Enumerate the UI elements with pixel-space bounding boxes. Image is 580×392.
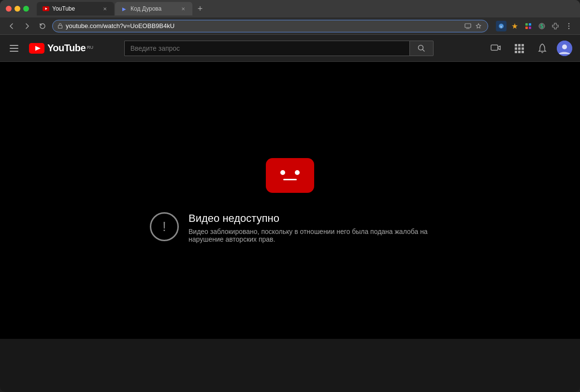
ext-puzzle-icon[interactable] (550, 21, 561, 31)
user-avatar[interactable] (557, 41, 572, 56)
svg-rect-25 (515, 51, 517, 53)
youtube-tab-favicon (43, 5, 49, 12)
lock-icon (58, 23, 63, 29)
svg-rect-6 (525, 23, 528, 26)
youtube-logo[interactable]: YouTube RU (29, 43, 93, 54)
svg-point-29 (562, 44, 567, 49)
youtube-error-face (266, 158, 314, 193)
maximize-button[interactable] (23, 6, 29, 12)
address-bar: youtube.com/watch?v=UoEOBB9B4kU (0, 17, 580, 35)
create-video-icon[interactable] (487, 40, 505, 57)
svg-rect-21 (522, 44, 524, 46)
url-bar[interactable]: youtube.com/watch?v=UoEOBB9B4kU (52, 20, 488, 32)
tab-youtube[interactable]: YouTube ✕ (37, 2, 114, 15)
face-mouth (283, 179, 297, 180)
svg-rect-20 (518, 44, 521, 46)
svg-rect-23 (518, 47, 521, 50)
youtube-tab-close[interactable]: ✕ (102, 5, 108, 12)
youtube-header-right (487, 40, 572, 57)
bottom-bar (0, 339, 580, 392)
svg-rect-24 (522, 47, 524, 50)
close-button[interactable] (6, 6, 12, 12)
error-message-block: ! Видео недоступно Видео заблокировано, … (150, 212, 430, 243)
svg-rect-2 (58, 25, 62, 28)
minimize-button[interactable] (14, 6, 20, 12)
hamburger-line-2 (10, 48, 18, 49)
ext-icon-2[interactable] (509, 21, 520, 31)
screen-cast-icon[interactable] (464, 22, 472, 30)
svg-rect-7 (529, 23, 531, 26)
face-eye-right (295, 170, 300, 175)
durov-tab-close[interactable]: ✕ (180, 5, 187, 12)
face-eye-left (280, 170, 285, 175)
error-text-block: Видео недоступно Видео заблокировано, по… (188, 212, 430, 243)
youtube-logo-icon (29, 43, 44, 54)
svg-text:S: S (540, 24, 543, 29)
youtube-logo-badge: RU (87, 45, 93, 50)
svg-rect-3 (465, 24, 471, 28)
svg-rect-8 (525, 27, 528, 29)
svg-rect-19 (515, 44, 517, 46)
tabs-bar: YouTube ✕ ▶ Код Дурова ✕ + (37, 2, 574, 15)
error-icon-circle: ! (150, 212, 179, 241)
ext-icon-3[interactable] (523, 21, 534, 31)
error-container: ! Видео недоступно Видео заблокировано, … (150, 158, 430, 243)
svg-point-13 (568, 25, 569, 26)
ext-icon-4[interactable]: S (536, 21, 547, 31)
svg-rect-22 (515, 47, 517, 50)
youtube-logo-text: YouTube (47, 43, 86, 54)
hamburger-menu[interactable] (8, 42, 21, 55)
exclamation-icon: ! (162, 220, 166, 233)
svg-rect-9 (529, 27, 531, 29)
durov-tab-favicon: ▶ (121, 5, 128, 12)
title-bar: YouTube ✕ ▶ Код Дурова ✕ + (0, 0, 580, 17)
search-button[interactable] (409, 41, 434, 56)
browser-toolbar-right: Y S (496, 21, 574, 31)
hamburger-line-1 (10, 45, 18, 46)
video-player-area: ! Видео недоступно Видео заблокировано, … (0, 62, 580, 339)
svg-text:Y: Y (500, 25, 503, 29)
tab-durov[interactable]: ▶ Код Дурова ✕ (115, 2, 192, 15)
traffic-lights (6, 6, 29, 12)
new-tab-button[interactable]: + (193, 2, 207, 15)
error-title: Видео недоступно (188, 212, 430, 225)
browser-window: YouTube ✕ ▶ Код Дурова ✕ + (0, 0, 580, 392)
url-text[interactable]: youtube.com/watch?v=UoEOBB9B4kU (66, 22, 461, 29)
url-action-icons (464, 22, 483, 30)
svg-rect-27 (522, 51, 524, 53)
hamburger-line-3 (10, 51, 18, 52)
ext-icon-1[interactable]: Y (496, 21, 507, 31)
youtube-tab-title: YouTube (52, 5, 99, 12)
youtube-header: YouTube RU (0, 35, 580, 62)
svg-rect-26 (518, 51, 521, 53)
back-button[interactable] (6, 20, 17, 32)
notifications-icon[interactable] (534, 40, 551, 57)
youtube-search (124, 41, 434, 56)
durov-tab-title: Код Дурова (130, 5, 177, 12)
bookmark-star-icon[interactable] (474, 22, 483, 30)
face-eyes (280, 170, 300, 175)
more-options-icon[interactable] (564, 21, 574, 31)
forward-button[interactable] (21, 20, 33, 32)
svg-point-14 (568, 28, 569, 29)
error-subtitle: Видео заблокировано, поскольку в отношен… (188, 228, 430, 243)
svg-rect-18 (491, 45, 498, 50)
apps-icon[interactable] (510, 40, 528, 57)
svg-point-12 (568, 23, 569, 24)
refresh-button[interactable] (37, 20, 48, 32)
search-input[interactable] (124, 41, 409, 56)
